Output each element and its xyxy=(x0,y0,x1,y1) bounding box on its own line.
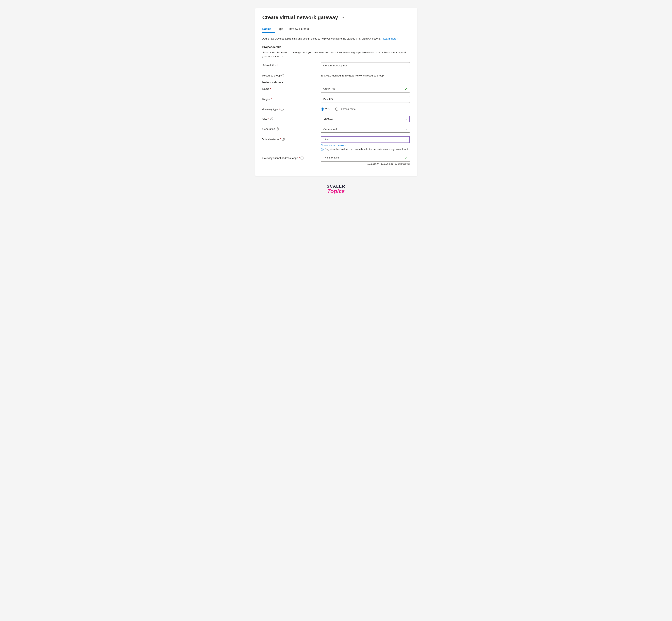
virtual-network-row: Virtual network * i VNet1 ⌄ Create virtu… xyxy=(262,136,410,152)
generation-control: Generation2 ⌄ xyxy=(321,126,410,133)
gateway-required: * xyxy=(279,108,280,111)
region-required: * xyxy=(271,98,272,100)
project-details-heading: Project details xyxy=(262,45,410,49)
more-options-icon[interactable]: ··· xyxy=(340,15,344,19)
gateway-subnet-hint: 10.1.255.0 - 10.1.255.31 (32 addresses) xyxy=(321,162,410,165)
tab-basics[interactable]: Basics xyxy=(262,25,275,33)
generation-info-icon[interactable]: i xyxy=(276,127,279,130)
subnet-info-icon[interactable]: i xyxy=(300,157,303,160)
resource-group-value: TestRG1 (derived from virtual network's … xyxy=(321,73,410,77)
brand-topics-text: Topics xyxy=(327,189,345,194)
sku-row: SKU * i VpnGw2 ⌄ xyxy=(262,116,410,122)
radio-expressroute-button[interactable] xyxy=(335,108,338,111)
gateway-subnet-row: Gateway subnet address range * i 10.1.25… xyxy=(262,155,410,165)
chevron-down-icon-sku: ⌄ xyxy=(406,118,407,120)
virtual-network-label: Virtual network * i xyxy=(262,136,318,141)
resource-group-info-icon[interactable]: i xyxy=(281,74,284,77)
radio-vpn-inner xyxy=(322,108,323,110)
generation-label: Generation i xyxy=(262,126,318,130)
resource-group-label: Resource group i xyxy=(262,73,318,77)
instance-details-section: Instance details Name * VNet1GW ✓ Region… xyxy=(262,81,410,165)
region-dropdown[interactable]: East US ⌄ xyxy=(321,96,410,103)
gateway-type-label: Gateway type * i xyxy=(262,106,318,111)
learn-more-link[interactable]: Learn more↗ xyxy=(383,37,398,40)
tab-review-create[interactable]: Review + create xyxy=(289,25,312,33)
gateway-subnet-input[interactable]: 10.1.255.0/27 ✓ xyxy=(321,155,410,162)
region-label: Region * xyxy=(262,96,318,100)
external-link-icon: ↗ xyxy=(397,38,398,40)
vnet-required: * xyxy=(280,138,281,141)
sku-dropdown[interactable]: VpnGw2 ⌄ xyxy=(321,116,410,122)
vnet-info-notice: ⓘ Only virtual networks in the currently… xyxy=(321,148,410,152)
resource-group-row: Resource group i TestRG1 (derived from v… xyxy=(262,73,410,77)
instance-details-heading: Instance details xyxy=(262,81,410,84)
subscription-label: Subscription * xyxy=(262,62,318,67)
sku-info-icon[interactable]: i xyxy=(270,117,273,120)
subnet-check-icon: ✓ xyxy=(405,157,407,160)
chevron-down-icon: ⌄ xyxy=(406,65,407,67)
subscription-control: Content Development ⌄ xyxy=(321,62,410,69)
sku-required: * xyxy=(268,117,269,120)
region-row: Region * East US ⌄ xyxy=(262,96,410,103)
radio-vpn[interactable]: VPN xyxy=(321,108,331,111)
info-banner: Azure has provided a planning and design… xyxy=(262,37,410,41)
branding-section: SCALER Topics xyxy=(327,184,345,194)
gateway-type-info-icon[interactable]: i xyxy=(281,108,284,111)
generation-row: Generation i Generation2 ⌄ xyxy=(262,126,410,133)
virtual-network-control: VNet1 ⌄ Create virtual network ⓘ Only vi… xyxy=(321,136,410,152)
gateway-type-row: Gateway type * i VPN ExpressRoute xyxy=(262,106,410,111)
resource-group-value-wrap: TestRG1 (derived from virtual network's … xyxy=(321,73,410,77)
radio-vpn-button[interactable] xyxy=(321,108,324,111)
gateway-type-control: VPN ExpressRoute xyxy=(321,106,410,111)
page-title: Create virtual network gateway xyxy=(262,14,338,20)
subscription-row: Subscription * Content Development ⌄ xyxy=(262,62,410,69)
subscription-dropdown[interactable]: Content Development ⌄ xyxy=(321,62,410,69)
name-control: VNet1GW ✓ xyxy=(321,86,410,92)
tab-tags[interactable]: Tags xyxy=(277,25,287,33)
project-details-section: Project details Select the subscription … xyxy=(262,45,410,77)
chevron-down-icon-generation: ⌄ xyxy=(406,128,407,130)
virtual-network-dropdown[interactable]: VNet1 ⌄ xyxy=(321,136,410,143)
check-icon: ✓ xyxy=(405,88,407,91)
create-virtual-network-link[interactable]: Create virtual network xyxy=(321,144,410,147)
chevron-down-icon-region: ⌄ xyxy=(406,98,407,100)
gateway-subnet-control: 10.1.255.0/27 ✓ 10.1.255.0 - 10.1.255.31… xyxy=(321,155,410,165)
sku-label: SKU * i xyxy=(262,116,318,120)
title-row: Create virtual network gateway ··· xyxy=(262,14,410,20)
name-required: * xyxy=(270,87,271,90)
vnet-info-icon[interactable]: i xyxy=(282,138,285,141)
subnet-required: * xyxy=(299,157,300,160)
gateway-type-radio-group: VPN ExpressRoute xyxy=(321,106,410,111)
generation-dropdown[interactable]: Generation2 ⌄ xyxy=(321,126,410,133)
info-circle-icon: ⓘ xyxy=(321,148,324,152)
region-control: East US ⌄ xyxy=(321,96,410,103)
external-link-icon-2: ↗ xyxy=(281,55,283,57)
tab-bar: Basics Tags Review + create xyxy=(262,25,410,33)
required-indicator: * xyxy=(277,64,278,67)
name-row: Name * VNet1GW ✓ xyxy=(262,86,410,92)
main-card: Create virtual network gateway ··· Basic… xyxy=(255,8,417,176)
brand-scaler-text: SCALER xyxy=(327,184,345,189)
project-details-subtext: Select the subscription to manage deploy… xyxy=(262,51,410,58)
sku-control: VpnGw2 ⌄ xyxy=(321,116,410,122)
name-input[interactable]: VNet1GW ✓ xyxy=(321,86,410,92)
chevron-down-icon-vnet: ⌄ xyxy=(406,138,407,140)
radio-expressroute[interactable]: ExpressRoute xyxy=(335,108,356,111)
gateway-subnet-label: Gateway subnet address range * i xyxy=(262,155,318,160)
name-label: Name * xyxy=(262,86,318,90)
